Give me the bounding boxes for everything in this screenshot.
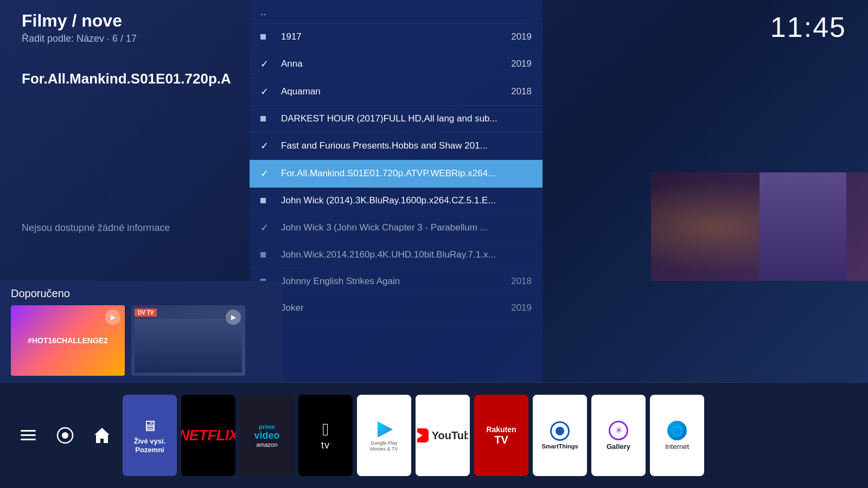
app-smartthings[interactable]: SmartThings <box>533 395 587 476</box>
list-item-year-aquaman: 2018 <box>511 86 532 97</box>
hamburger-icon <box>18 426 38 445</box>
check-icon: ✓ <box>260 140 273 152</box>
prime-inner: prime video amazon <box>254 423 279 448</box>
circle-icon <box>55 426 75 445</box>
list-item-text-1917: 1917 <box>281 31 506 42</box>
amazon-label: amazon <box>256 441 277 448</box>
taskbar: 🖥 Živé vysi.Pozemní NETFLIX prime video … <box>0 382 868 488</box>
current-movie-title: For.All.Mankind.S01E01.720p.A <box>22 70 228 87</box>
list-item-text-johnwick2014: John Wick (2014).3K.BluRay.1600p.x264.CZ… <box>281 195 532 206</box>
smartthings-icon <box>550 421 570 441</box>
app-netflix[interactable]: NETFLIX <box>181 395 235 476</box>
list-item-joker[interactable]: Joker2019 <box>250 295 542 322</box>
google-play-icon <box>373 419 395 440</box>
preview-person <box>760 172 846 281</box>
svg-rect-1 <box>21 434 36 436</box>
recommended-items: #HOT16CHALLENGE2 ▶ DV TV ▶ <box>11 305 271 376</box>
list-item-fast[interactable]: ✓Fast and Furious Presents.Hobbs and Sha… <box>250 132 542 160</box>
rakuten-label: Rakuten <box>486 425 516 434</box>
app-prime-video[interactable]: prime video amazon <box>240 395 294 476</box>
list-items-container: 19172019✓Anna2019✓Aquaman2018DARKEST HOU… <box>250 24 542 322</box>
list-item-text-formankind: For.All.Mankind.S01E01.720p.ATVP.WEBRip.… <box>281 168 532 179</box>
check-icon: ✓ <box>260 58 273 70</box>
google-movies-inner: Google PlayMovies & TV <box>371 419 398 452</box>
check-icon: ✓ <box>260 86 273 98</box>
taskbar-menu-icon[interactable] <box>11 383 46 488</box>
list-item-year-johnnyenglish: 2018 <box>511 276 532 287</box>
square-icon <box>260 114 273 124</box>
taskbar-home-icon[interactable] <box>85 383 119 488</box>
svg-point-4 <box>62 432 68 439</box>
youtube-logo: YouTube <box>416 428 470 442</box>
prime-label: prime <box>259 423 275 430</box>
gallery-icon: ✳ <box>609 421 628 440</box>
clock: 11:45 <box>770 11 846 43</box>
internet-inner: 🌐 Internet <box>665 421 689 451</box>
rakuten-inner: Rakuten TV <box>486 425 516 446</box>
list-item-year-1917: 2019 <box>511 31 532 42</box>
smartthings-label: SmartThings <box>541 443 578 450</box>
check-icon: ✓ <box>260 168 273 179</box>
play-icon-dvtv: ▶ <box>226 310 241 325</box>
internet-label: Internet <box>665 442 689 451</box>
rec-person-dvtv <box>135 319 242 373</box>
app-apple-tv[interactable]:  tv <box>298 395 353 476</box>
list-item-formankind[interactable]: ✓For.All.Mankind.S01E01.720p.ATVP.WEBRip… <box>250 160 542 188</box>
list-item-johnwick2014[interactable]: John Wick (2014).3K.BluRay.1600p.x264.CZ… <box>250 188 542 214</box>
square-icon <box>260 250 273 260</box>
list-item-johnnyenglish[interactable]: Johnny English Strikes Again2018 <box>250 268 542 295</box>
list-item-anna[interactable]: ✓Anna2019 <box>250 50 542 78</box>
recommended-section: Doporučeno #HOT16CHALLENGE2 ▶ DV TV ▶ <box>0 281 282 382</box>
list-item-text-johnnyenglish: Johnny English Strikes Again <box>281 276 506 287</box>
recommended-label: Doporučeno <box>11 287 271 300</box>
prime-video-label: video <box>254 430 279 441</box>
gallery-inner: ✳ Gallery <box>607 421 630 451</box>
list-dotdot[interactable]: .. <box>250 0 542 24</box>
apple-tv-logo:  tv <box>321 420 330 451</box>
list-item-year-anna: 2019 <box>511 59 532 69</box>
list-item-text-joker: Joker <box>281 303 506 313</box>
page-subtitle: Řadit podle: Název · 6 / 17 <box>22 33 137 44</box>
list-item-text-aquaman: Aquaman <box>281 86 506 97</box>
app-live-label: Živé vysi.Pozemní <box>134 437 166 454</box>
check-icon: ✓ <box>260 222 273 234</box>
taskbar-pinterest-icon[interactable] <box>48 383 82 488</box>
app-google-movies[interactable]: Google PlayMovies & TV <box>357 395 411 476</box>
preview-image <box>651 172 868 281</box>
header: Filmy / nove Řadit podle: Název · 6 / 17 <box>22 11 137 44</box>
netflix-logo: NETFLIX <box>181 427 235 444</box>
rakuten-tv-label: TV <box>494 434 508 446</box>
gallery-label: Gallery <box>607 442 630 451</box>
svg-rect-2 <box>21 439 36 440</box>
home-icon <box>92 426 112 445</box>
no-info-text: Nejsou dostupné žádné informace <box>22 222 170 234</box>
app-youtube[interactable]: YouTube <box>416 395 470 476</box>
smartthings-inner: SmartThings <box>541 421 578 450</box>
list-item-johnwick3[interactable]: ✓John Wick 3 (John Wick Chapter 3 - Para… <box>250 214 542 242</box>
preview-panel <box>651 172 868 281</box>
recommended-item-dvtv[interactable]: DV TV ▶ <box>131 305 245 376</box>
page-title: Filmy / nove <box>22 11 137 31</box>
list-item-text-fast: Fast and Furious Presents.Hobbs and Shaw… <box>281 140 532 151</box>
list-item-year-joker: 2019 <box>511 303 532 313</box>
youtube-text: YouTube <box>432 429 470 442</box>
list-item-text-johnwick4k: John.Wick.2014.2160p.4K.UHD.10bit.BluRay… <box>281 249 532 260</box>
youtube-play-button <box>416 428 429 442</box>
monitor-icon: 🖥 <box>142 417 157 435</box>
play-icon-hot16: ▶ <box>105 310 120 325</box>
svg-rect-0 <box>21 430 36 432</box>
square-icon <box>260 196 273 206</box>
list-item-darkest[interactable]: DARKEST HOUR (2017)FULL HD,All lang and … <box>250 106 542 132</box>
list-item-johnwick4k[interactable]: John.Wick.2014.2160p.4K.UHD.10bit.BluRay… <box>250 242 542 268</box>
app-internet[interactable]: 🌐 Internet <box>650 395 704 476</box>
app-gallery[interactable]: ✳ Gallery <box>591 395 646 476</box>
list-item-text-anna: Anna <box>281 59 506 69</box>
app-rakuten-tv[interactable]: Rakuten TV <box>474 395 528 476</box>
internet-globe-icon: 🌐 <box>667 421 687 440</box>
list-item-1917[interactable]: 19172019 <box>250 24 542 50</box>
list-item-text-johnwick3: John Wick 3 (John Wick Chapter 3 - Parab… <box>281 222 532 233</box>
list-item-text-darkest: DARKEST HOUR (2017)FULL HD,All lang and … <box>281 113 532 124</box>
list-item-aquaman[interactable]: ✓Aquaman2018 <box>250 78 542 106</box>
recommended-item-hot16[interactable]: #HOT16CHALLENGE2 ▶ <box>11 305 125 376</box>
app-live-tv[interactable]: 🖥 Živé vysi.Pozemní <box>123 395 177 476</box>
